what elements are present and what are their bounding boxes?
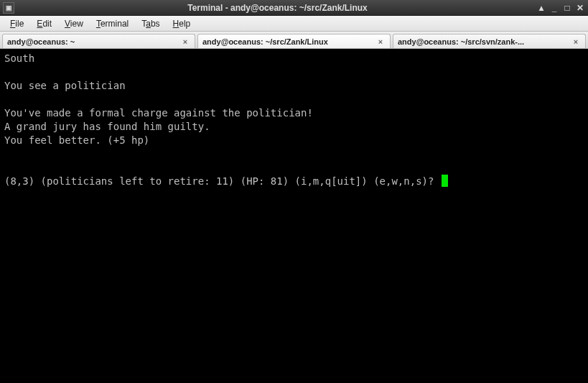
menu-tabs[interactable]: Tabs xyxy=(136,17,165,30)
terminal-line: A grand jury has found him guilty. xyxy=(4,120,584,134)
terminal-window: ▣ Terminal - andy@oceanus: ~/src/Zank/Li… xyxy=(0,0,588,383)
menu-terminal[interactable]: Terminal xyxy=(90,17,134,30)
menubar: FileEditViewTerminalTabsHelp xyxy=(0,16,588,32)
terminal-line: South xyxy=(4,52,584,65)
titlebar[interactable]: ▣ Terminal - andy@oceanus: ~/src/Zank/Li… xyxy=(0,0,588,16)
close-icon[interactable]: × xyxy=(571,37,581,47)
tab-label: andy@oceanus: ~ xyxy=(7,37,177,46)
terminal-line xyxy=(4,93,584,106)
tab-1[interactable]: andy@oceanus: ~/src/Zank/Linux× xyxy=(197,34,391,48)
menu-edit[interactable]: Edit xyxy=(31,17,57,30)
terminal-content[interactable]: South You see a politician You've made a… xyxy=(0,49,588,383)
maximize-button[interactable]: □ xyxy=(562,3,572,13)
tab-0[interactable]: andy@oceanus: ~× xyxy=(2,34,195,48)
window-controls: ▴ _ □ ✕ xyxy=(536,3,585,13)
terminal-line xyxy=(4,161,584,175)
minimize-button[interactable]: _ xyxy=(549,3,559,13)
terminal-line: You see a politician xyxy=(4,79,584,93)
cursor-icon xyxy=(442,175,448,187)
prompt-text: (8,3) (politicians left to retire: 11) (… xyxy=(4,175,440,187)
close-icon[interactable]: × xyxy=(180,37,190,47)
terminal-line xyxy=(4,65,584,79)
tab-label: andy@oceanus: ~/src/Zank/Linux xyxy=(202,37,373,46)
tab-2[interactable]: andy@oceanus: ~/src/svn/zank-...× xyxy=(393,34,586,48)
close-icon[interactable]: × xyxy=(375,37,386,47)
tabbar: andy@oceanus: ~×andy@oceanus: ~/src/Zank… xyxy=(0,32,588,49)
terminal-line xyxy=(4,147,584,161)
rollup-button[interactable]: ▴ xyxy=(536,3,546,13)
menu-view[interactable]: View xyxy=(59,17,89,30)
close-button[interactable]: ✕ xyxy=(575,3,585,13)
tab-label: andy@oceanus: ~/src/svn/zank-... xyxy=(398,37,568,46)
menu-help[interactable]: Help xyxy=(167,17,197,30)
terminal-line: You feel better. (+5 hp) xyxy=(4,134,584,147)
terminal-prompt-line: (8,3) (politicians left to retire: 11) (… xyxy=(4,175,584,188)
menu-file[interactable]: File xyxy=(4,17,29,30)
app-icon: ▣ xyxy=(3,2,14,14)
window-title: Terminal - andy@oceanus: ~/src/Zank/Linu… xyxy=(19,3,536,13)
terminal-line: You've made a formal charge against the … xyxy=(4,106,584,120)
